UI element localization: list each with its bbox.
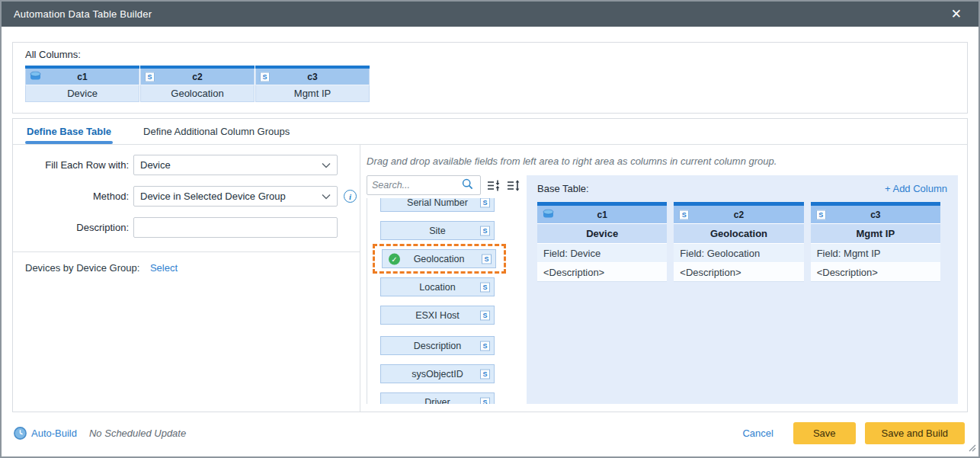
fill-each-row-row: Fill Each Row with: Device [13, 155, 360, 175]
fill-each-row-value: Device [140, 159, 171, 171]
column-name: Mgmt IP [811, 224, 940, 244]
column-description: <Description> [674, 263, 803, 282]
string-type-badge: S [480, 397, 490, 404]
auto-build-label: Auto-Build [31, 428, 77, 439]
description-label: Description: [13, 222, 129, 233]
tab-define-base-table[interactable]: Define Base Table [25, 126, 113, 144]
schedule-status: No Scheduled Update [89, 428, 186, 439]
fill-each-row-label: Fill Each Row with: [13, 159, 129, 171]
column-card-c3[interactable]: S c3 Mgmt IP Field: Mgmt IP <Description… [811, 202, 940, 282]
column-id: c3 [307, 72, 317, 82]
search-input[interactable] [372, 180, 462, 191]
column-description: <Description> [537, 263, 667, 282]
description-row: Description: [13, 217, 360, 238]
dialog-title: Automation Data Table Builder [14, 8, 152, 20]
field-item-description[interactable]: Description S [380, 336, 495, 355]
column-name: Geolocation [140, 85, 255, 102]
string-type-badge: S [816, 210, 826, 219]
tab-define-additional-column-groups[interactable]: Define Additional Column Groups [142, 126, 291, 144]
field-item-driver[interactable]: Driver S [380, 392, 495, 404]
devices-by-device-group-row: Devices by Device Group: Select [13, 262, 360, 274]
column-field: Field: Geolocation [674, 244, 803, 263]
column-card-c1[interactable]: c1 Device Field: Device <Description> [537, 202, 667, 282]
field-item-location[interactable]: Location S [380, 277, 495, 296]
field-item-esxi-host[interactable]: ESXI Host S [380, 306, 495, 325]
string-type-badge: S [145, 72, 155, 82]
drag-drop-instruction: Drag and drop available fields from left… [367, 155, 958, 167]
chevron-down-icon [322, 192, 331, 201]
column-card-c2[interactable]: S c2 Geolocation Field: Geolocation <Des… [674, 202, 803, 282]
column-field: Field: Device [537, 244, 667, 263]
column-group-panel: Drag and drop available fields from left… [360, 145, 967, 412]
column-name: Mgmt IP [255, 85, 370, 102]
available-fields-column: Serial Number S Site S ✓ Geolocation [367, 175, 524, 404]
column-name: Device [25, 85, 139, 102]
close-icon[interactable]: ✕ [946, 6, 966, 22]
method-row: Method: Device in Selected Device Group … [13, 186, 360, 207]
add-column-link[interactable]: + Add Column [885, 183, 947, 194]
check-icon: ✓ [389, 253, 400, 264]
dialog-footer: Auto-Build No Scheduled Update Cancel Sa… [2, 412, 978, 456]
select-devices-link[interactable]: Select [150, 262, 178, 274]
field-item-serial-number[interactable]: Serial Number S [380, 198, 495, 212]
method-value: Device in Selected Device Group [140, 191, 286, 202]
search-box [367, 175, 481, 195]
all-columns-table: c1 Device S c2 Geolocation S c3 Mgmt IP [25, 66, 955, 102]
base-table-panel: Base Table: + Add Column c1 [527, 175, 958, 404]
column-description: <Description> [811, 263, 940, 282]
form-divider [13, 251, 360, 252]
string-type-badge: S [480, 369, 490, 379]
string-type-badge: S [480, 282, 490, 292]
tabstrip: Define Base Table Define Additional Colu… [13, 119, 967, 145]
info-icon[interactable]: i [344, 190, 357, 203]
column-id: c2 [734, 210, 744, 220]
string-type-badge: S [679, 210, 689, 219]
base-table-label: Base Table: [537, 183, 589, 194]
devices-by-device-group-label: Devices by Device Group: [25, 262, 139, 274]
field-item-site[interactable]: Site S [380, 221, 495, 240]
fields-search-row [367, 175, 524, 195]
column-id: c3 [870, 210, 880, 220]
available-fields-list: Serial Number S Site S ✓ Geolocation [367, 198, 524, 404]
column-id: c2 [192, 72, 202, 82]
method-label: Method: [13, 191, 129, 202]
all-columns-col-c3: S c3 Mgmt IP [255, 66, 370, 102]
all-columns-col-c1: c1 Device [25, 66, 139, 102]
all-columns-section: All Columns: c1 Device S c2 Geolocation [12, 42, 968, 114]
column-id: c1 [77, 72, 87, 82]
main-content-box: Define Base Table Define Additional Colu… [12, 118, 968, 412]
all-columns-label: All Columns: [25, 49, 955, 60]
field-item-geolocation[interactable]: ✓ Geolocation S [382, 249, 496, 268]
all-columns-col-c2: S c2 Geolocation [140, 66, 255, 102]
string-type-badge: S [480, 310, 490, 320]
string-type-badge: S [482, 254, 492, 264]
cancel-button[interactable]: Cancel [742, 428, 773, 439]
string-type-badge: S [480, 341, 490, 351]
device-icon [543, 209, 554, 220]
resize-grip-icon[interactable] [968, 443, 976, 454]
description-input[interactable] [133, 217, 338, 238]
column-name: Device [537, 224, 667, 244]
automation-data-table-builder-dialog: Automation Data Table Builder ✕ All Colu… [0, 0, 980, 458]
save-and-build-button[interactable]: Save and Build [865, 422, 965, 444]
expand-all-icon[interactable] [508, 180, 520, 191]
method-select[interactable]: Device in Selected Device Group [133, 186, 338, 207]
search-icon[interactable] [462, 178, 473, 192]
save-button[interactable]: Save [793, 422, 856, 444]
fill-each-row-select[interactable]: Device [133, 155, 338, 175]
collapse-all-icon[interactable] [488, 180, 501, 191]
column-field: Field: Mgmt IP [811, 244, 940, 263]
dialog-titlebar: Automation Data Table Builder ✕ [2, 2, 978, 27]
device-icon [30, 71, 41, 82]
field-item-sysobjectid[interactable]: sysObjectID S [380, 364, 495, 383]
string-type-badge: S [480, 226, 490, 235]
base-table-form-panel: Fill Each Row with: Device Method: Devic… [13, 145, 360, 412]
base-table-cards: c1 Device Field: Device <Description> S [537, 202, 947, 282]
string-type-badge: S [260, 72, 270, 82]
column-id: c1 [597, 210, 607, 220]
main-body: Fill Each Row with: Device Method: Devic… [13, 145, 967, 412]
clock-icon [14, 427, 27, 440]
selected-field-drop-highlight: ✓ Geolocation S [373, 244, 506, 274]
auto-build-button[interactable]: Auto-Build [14, 427, 77, 440]
string-type-badge: S [480, 198, 490, 207]
